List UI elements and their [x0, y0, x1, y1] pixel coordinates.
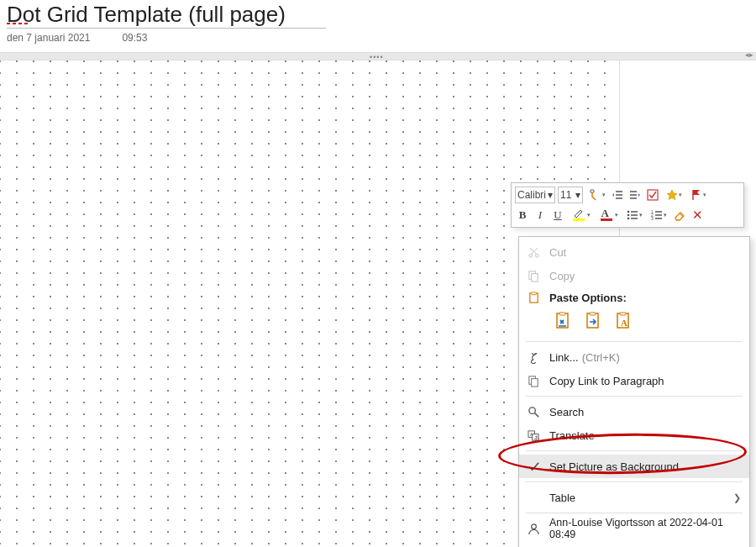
- ctx-author-label: Ann-Louise Vigortsson at 2022-04-01 08:4…: [549, 517, 739, 540]
- chevron-down-icon: ▾: [615, 212, 618, 218]
- svg-rect-15: [587, 313, 598, 328]
- ctx-paste-options-row: A: [519, 308, 749, 338]
- context-menu: Cut Copy Paste Options: A Link...(Ctrl+K…: [518, 236, 750, 547]
- svg-text:A: A: [529, 431, 533, 436]
- svg-text:3: 3: [651, 216, 654, 221]
- underline-button[interactable]: U: [550, 207, 565, 224]
- spellcheck-squiggle: [7, 23, 30, 24]
- ctx-open-contact-card: Open Contact Card: [519, 540, 749, 547]
- followup-flag-button[interactable]: ▾: [687, 187, 709, 203]
- link-icon: [526, 350, 541, 365]
- ctx-cut: Cut: [519, 240, 749, 264]
- svg-rect-0: [648, 190, 658, 200]
- ctx-copy-label: Copy: [549, 270, 739, 282]
- chevron-down-icon: ▾: [664, 212, 667, 218]
- svg-point-1: [627, 211, 629, 213]
- ctx-copy-link-paragraph[interactable]: Copy Link to Paragraph: [519, 369, 749, 392]
- ctx-paste-options-label: Paste Options:: [549, 292, 739, 304]
- ctx-translate-label: Translate: [549, 429, 739, 442]
- font-color-button[interactable]: A ▾: [596, 207, 621, 224]
- page-title-text: Dot Grid Template (full page): [7, 2, 286, 27]
- chevron-down-icon: ▾: [602, 192, 606, 198]
- ruler-arrows-icon[interactable]: ◂▸: [745, 50, 753, 59]
- scissors-icon: [526, 245, 541, 260]
- bold-button[interactable]: B: [515, 207, 530, 224]
- svg-rect-16: [590, 313, 596, 315]
- paste-keep-source-button[interactable]: [551, 309, 576, 333]
- svg-rect-18: [620, 313, 626, 315]
- svg-point-2: [627, 214, 629, 217]
- svg-text:A: A: [621, 318, 627, 328]
- ctx-author-info[interactable]: Ann-Louise Vigortsson at 2022-04-01 08:4…: [519, 517, 749, 540]
- svg-point-22: [528, 407, 535, 413]
- ctx-cut-label: Cut: [549, 246, 739, 259]
- svg-rect-14: [559, 313, 565, 315]
- ctx-link-label: Link...(Ctrl+K): [549, 351, 739, 364]
- page-time[interactable]: 09:53: [122, 32, 147, 44]
- svg-point-7: [528, 254, 532, 257]
- ctx-translate[interactable]: Aあ Translate: [519, 423, 749, 447]
- tags-button[interactable]: ▾: [663, 187, 685, 203]
- chevron-down-icon: ▾: [548, 189, 553, 201]
- eraser-button[interactable]: [672, 207, 687, 224]
- outdent-button[interactable]: [610, 187, 625, 203]
- ctx-set-picture-background[interactable]: Set Picture as Background: [519, 455, 749, 478]
- ctx-table-label: Table: [549, 492, 739, 504]
- search-icon: [526, 404, 541, 419]
- ctx-set-picture-background-label: Set Picture as Background: [549, 460, 739, 473]
- bullets-button[interactable]: ▾: [623, 207, 645, 224]
- title-underline: [7, 28, 326, 29]
- font-color-icon: A: [599, 208, 614, 223]
- blank-icon: [526, 490, 541, 505]
- chevron-down-icon: ▾: [639, 212, 643, 218]
- ctx-link-hint: (Ctrl+K): [582, 351, 620, 364]
- svg-point-8: [535, 254, 538, 257]
- ctx-search[interactable]: Search: [519, 400, 749, 423]
- highlighter-icon: [571, 208, 586, 223]
- clipboard-icon: [526, 290, 541, 305]
- star-icon: [666, 189, 678, 201]
- separator: [526, 341, 743, 342]
- highlight-color-button[interactable]: ▾: [568, 207, 593, 224]
- italic-button[interactable]: I: [533, 207, 548, 224]
- ctx-search-label: Search: [549, 406, 739, 418]
- copy-icon: [526, 268, 541, 283]
- svg-point-3: [627, 218, 629, 220]
- ctx-copy-link-paragraph-label: Copy Link to Paragraph: [549, 375, 739, 387]
- font-name-combo[interactable]: Calibri ▾: [515, 187, 555, 203]
- indent-button[interactable]: [627, 187, 643, 203]
- flag-icon: [690, 189, 702, 201]
- svg-rect-12: [531, 292, 536, 294]
- numbering-button[interactable]: 123 ▾: [648, 207, 669, 224]
- font-size-combo[interactable]: 11 ▾: [558, 187, 583, 203]
- chevron-down-icon: ▾: [575, 189, 580, 201]
- separator: [526, 450, 743, 451]
- ctx-link[interactable]: Link...(Ctrl+K): [519, 345, 749, 369]
- mini-toolbar-row-2: B I U ▾ A ▾ ▾ 123 ▾ ✕: [515, 205, 740, 225]
- mini-toolbar: Calibri ▾ 11 ▾ ▾ ▾ ▾: [511, 182, 744, 228]
- svg-rect-10: [531, 273, 538, 281]
- separator: [526, 513, 743, 513]
- person-icon: [526, 521, 541, 536]
- ctx-paste-options-header: Paste Options:: [519, 287, 749, 308]
- page-date[interactable]: den 7 januari 2021: [7, 32, 90, 44]
- check-icon: [526, 459, 541, 474]
- chevron-right-icon: ❯: [733, 492, 741, 503]
- ctx-copy: Copy: [519, 264, 749, 287]
- separator: [526, 481, 743, 482]
- page-header: Dot Grid Template (full page) den 7 janu…: [0, 0, 756, 45]
- ctx-table[interactable]: Table ❯: [519, 486, 749, 509]
- format-painter-button[interactable]: ▾: [585, 187, 607, 203]
- todo-tag-button[interactable]: [645, 187, 660, 203]
- paste-merge-button[interactable]: [581, 309, 606, 333]
- font-size-value: 11: [560, 189, 571, 201]
- chevron-down-icon: ▾: [679, 192, 682, 198]
- svg-rect-21: [531, 378, 538, 386]
- page-title[interactable]: Dot Grid Template (full page): [7, 2, 286, 28]
- chevron-down-icon: ▾: [703, 192, 706, 198]
- delete-button[interactable]: ✕: [690, 207, 705, 224]
- ruler-bar[interactable]: •••• ◂▸: [0, 52, 756, 60]
- paste-text-only-button[interactable]: A: [612, 309, 637, 333]
- copy-link-icon: [526, 373, 541, 388]
- chevron-down-icon: ▾: [587, 212, 591, 218]
